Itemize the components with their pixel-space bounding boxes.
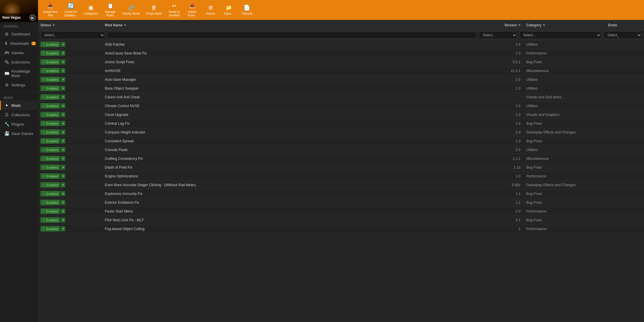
status-dropdown-button[interactable]: ▾ (61, 77, 65, 82)
check-icon: ✓ (42, 78, 45, 81)
enabled-button[interactable]: ✓ Enabled (40, 200, 60, 205)
modname-sort-icon[interactable]: ⇅ (124, 23, 126, 27)
check-icon: ✓ (42, 227, 45, 231)
enabled-label: Enabled (46, 139, 58, 143)
modname-header-text: Mod Name (105, 23, 123, 27)
enabled-button[interactable]: ✓ Enabled (40, 208, 60, 214)
status-dropdown-button[interactable]: ▾ (61, 147, 65, 152)
enabled-button[interactable]: ✓ Enabled (40, 129, 60, 135)
status-dropdown-button[interactable]: ▾ (61, 42, 65, 47)
enabled-button[interactable]: ✓ Enabled (40, 59, 60, 65)
enabled-button[interactable]: ✓ Enabled (40, 77, 60, 82)
version-cell: 1.2 (486, 201, 524, 205)
version-sort-icon[interactable]: ⇅ (518, 23, 520, 27)
status-dropdown-button[interactable]: ▾ (61, 217, 65, 222)
enabled-button[interactable]: ✓ Enabled (40, 165, 60, 170)
status-dropdown-button[interactable]: ▾ (61, 112, 65, 117)
sidebar-item-settings[interactable]: ⚙ Settings (0, 80, 38, 90)
enabled-button[interactable]: ✓ Enabled (40, 147, 60, 153)
status-dropdown-button[interactable]: ▾ (61, 156, 65, 161)
manage-rules-button[interactable]: 📋 ManageRules (102, 0, 119, 20)
status-dropdown-button[interactable]: ▾ (61, 182, 65, 187)
status-dropdown-button[interactable]: ▾ (61, 59, 65, 64)
deploy-mods-button[interactable]: 🔗 Deploy Mods (120, 0, 143, 20)
enabled-button[interactable]: ✓ Enabled (40, 112, 60, 117)
enabled-button[interactable]: ✓ Enabled (40, 173, 60, 179)
status-dropdown-button[interactable]: ▾ (61, 103, 65, 108)
enabled-button[interactable]: ✓ Enabled (40, 50, 60, 56)
category-filter[interactable]: Select... (519, 31, 601, 39)
status-dropdown-button[interactable]: ▾ (61, 191, 65, 196)
version-value: 2.0 (515, 209, 520, 213)
enabled-button[interactable]: ✓ Enabled (40, 42, 60, 47)
sidebar-item-plugins[interactable]: 🔧 Plugins (0, 119, 38, 129)
reset-icon: ↩ (172, 3, 177, 9)
rules-label: ManageRules (105, 10, 116, 17)
status-dropdown-button[interactable]: ▾ (61, 68, 65, 73)
reset-to-manifest-button[interactable]: ↩ Reset tomanifest (165, 0, 183, 20)
status-dropdown-button[interactable]: ▾ (61, 51, 65, 56)
enabled-button[interactable]: ✓ Enabled (40, 182, 60, 188)
purge-mods-button[interactable]: 🗑 Purge Mods (143, 0, 165, 20)
enabled-button[interactable]: ✓ Enabled (40, 121, 60, 126)
status-filter[interactable]: Select... (40, 31, 105, 39)
game-header[interactable]: New Vegas ▶ (0, 0, 38, 22)
status-sort-icon[interactable]: ⇅ (52, 23, 55, 27)
status-dropdown-button[interactable]: ▾ (61, 209, 65, 214)
sidebar-item-games[interactable]: 🎮 Games (0, 48, 38, 57)
version-value: 1.0 (515, 113, 520, 117)
sidebar-item-collections[interactable]: ☰ Collections (0, 110, 38, 119)
history-button[interactable]: ⊞ History (202, 0, 219, 20)
category-cell: Performance (524, 51, 606, 55)
endo-filter[interactable]: Select_ (604, 31, 642, 39)
enabled-button[interactable]: ✓ Enabled (40, 94, 60, 100)
install-from-file-button[interactable]: 📥 Install fromFile (40, 0, 61, 20)
sidebar-item-mods[interactable]: ✦ Mods (0, 101, 38, 110)
status-dropdown-button[interactable]: ▾ (61, 200, 65, 205)
mod-name-cell: Compass Height Indicator (102, 130, 486, 134)
category-header-label: Category ⇅ (526, 23, 545, 27)
version-cell: 1.5 (486, 42, 524, 47)
category-value: Utilities (526, 148, 538, 152)
enabled-button[interactable]: ✓ Enabled (40, 226, 60, 232)
check-icon: ✓ (42, 95, 45, 99)
play-button[interactable]: ▶ (29, 14, 36, 21)
status-dropdown-button[interactable]: ▾ (61, 121, 65, 126)
enabled-button[interactable]: ✓ Enabled (40, 85, 60, 91)
enabled-button[interactable]: ✓ Enabled (40, 68, 60, 73)
enabled-button[interactable]: ✓ Enabled (40, 191, 60, 196)
status-dropdown-button[interactable]: ▾ (61, 86, 65, 91)
tutorials-button[interactable]: 📄 Tutorials (238, 0, 256, 20)
sidebar-item-extensions[interactable]: 🔌 Extensions (0, 57, 38, 67)
enabled-label: Enabled (46, 201, 58, 204)
check-for-updates-button[interactable]: 🔄 Check forUpdates... (61, 0, 80, 20)
modname-filter[interactable] (107, 32, 477, 39)
categories-button[interactable]: ▣ Categories (81, 0, 101, 20)
category-sort-icon[interactable]: ⇅ (543, 23, 545, 27)
enabled-button[interactable]: ✓ Enabled (40, 217, 60, 223)
sidebar-item-knowledge-base[interactable]: 📖 Knowledge Base (0, 67, 38, 80)
status-dropdown-button[interactable]: ▾ (61, 174, 65, 179)
mod-name-cell: Casino Anti Anti Cheat (102, 95, 486, 99)
enabled-button[interactable]: ✓ Enabled (40, 138, 60, 144)
sidebar-item-downloads[interactable]: ⬇ Downloads 2 (0, 39, 38, 48)
version-filter[interactable]: Select... (479, 31, 517, 39)
status-dropdown-button[interactable]: ▾ (61, 130, 65, 135)
status-dropdown-button[interactable]: ▾ (61, 226, 65, 231)
status-dropdown-button[interactable]: ▾ (61, 95, 65, 100)
enabled-button[interactable]: ✓ Enabled (40, 103, 60, 109)
enabled-button[interactable]: ✓ Enabled (40, 156, 60, 161)
toolbar: 📥 Install fromFile 🔄 Check forUpdates...… (38, 0, 644, 20)
version-cell: 1.0 (486, 51, 524, 55)
status-dropdown-button[interactable]: ▾ (61, 138, 65, 143)
import-from-button[interactable]: 📤 ImportFrom... (184, 0, 201, 20)
status-cell: ✓ Enabled ▾ (38, 217, 102, 223)
status-header-label: Status ⇅ (40, 23, 55, 27)
sidebar-item-dashboard[interactable]: ⊞ Dashboard (0, 29, 38, 39)
sidebar-item-save-games[interactable]: 💾 Save Games (0, 129, 38, 138)
enabled-label: Enabled (46, 113, 58, 117)
version-value: 3.1 (515, 218, 520, 222)
status-dropdown-button[interactable]: ▾ (61, 165, 65, 170)
mod-name-cell: Engine Optimizations (102, 174, 486, 178)
open-button[interactable]: 📁 Open... (220, 0, 237, 20)
